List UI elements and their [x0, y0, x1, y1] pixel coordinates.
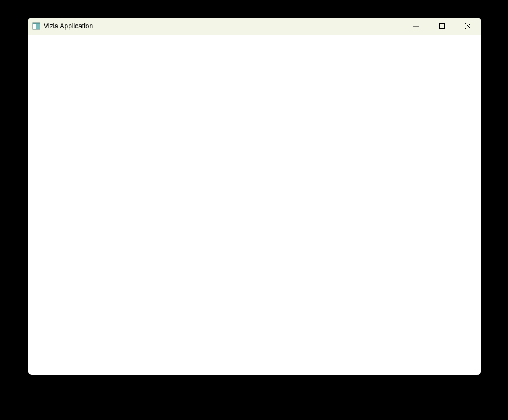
application-window: Vizia Application: [28, 18, 481, 375]
app-icon: [32, 22, 40, 30]
svg-rect-2: [36, 24, 40, 29]
client-area: [28, 35, 481, 375]
maximize-button[interactable]: [429, 18, 455, 35]
maximize-icon: [439, 23, 445, 29]
minimize-button[interactable]: [403, 18, 429, 35]
window-title: Vizia Application: [44, 23, 93, 29]
titlebar-left: Vizia Application: [28, 22, 93, 30]
minimize-icon: [413, 23, 419, 29]
svg-rect-4: [440, 24, 445, 29]
titlebar[interactable]: Vizia Application: [28, 18, 481, 35]
close-button[interactable]: [455, 18, 481, 35]
svg-rect-1: [33, 23, 40, 24]
close-icon: [465, 23, 471, 29]
window-controls: [403, 18, 481, 35]
